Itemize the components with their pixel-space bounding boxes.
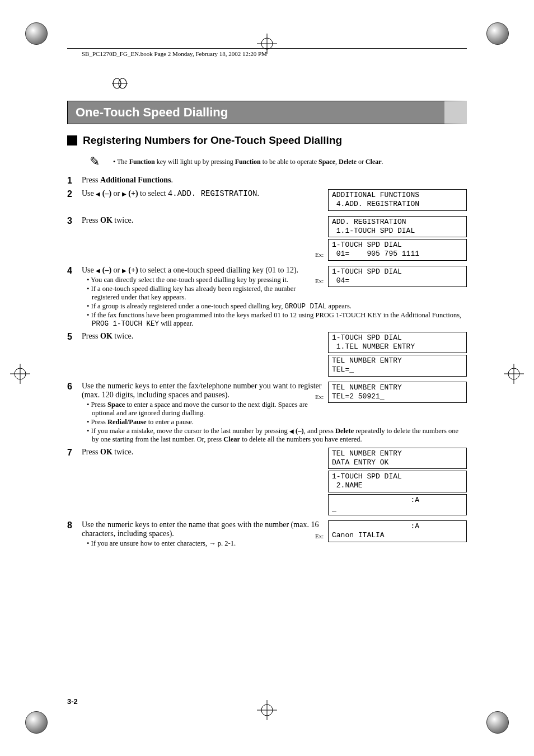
lcd-display: 1-TOUCH SPD DIAL 2.NAME	[328, 471, 467, 492]
step-body: Press OK twice.	[82, 332, 328, 341]
square-bullet-icon	[67, 135, 77, 145]
step-2: 2 Use (–) or (+) to select 4.ADD. REGIST…	[67, 189, 467, 213]
lcd-display: :A _	[328, 494, 467, 516]
step-body: Use the numeric keys to enter the name t…	[82, 520, 328, 548]
example-label: Ex:	[315, 533, 324, 541]
example-label: Ex:	[315, 251, 324, 259]
display-column: ADD. REGISTRATION 1.1-TOUCH SPD DIAL Ex:…	[328, 216, 467, 262]
registration-mark-left	[10, 364, 30, 384]
bullet-item: You can directly select the one-touch sp…	[82, 276, 322, 284]
bullet-item: If a group is already registered under a…	[82, 302, 467, 311]
display-column: Ex: :A Canon ITALIA	[328, 520, 467, 544]
step-number: 8	[67, 520, 82, 530]
registration-mark-bottom	[257, 700, 277, 722]
page-frame: SB_PC1270D_FG_EN.book Page 2 Monday, Feb…	[67, 34, 467, 722]
step-body: Press Additional Functions.	[82, 176, 467, 185]
display-column: TEL NUMBER ENTRY DATA ENTRY OK 1-TOUCH S…	[328, 448, 467, 518]
bullet-item: Press Redial/Pause to enter a pause.	[82, 418, 322, 426]
corner-circle-bl	[25, 711, 48, 734]
step-7: 7 Press OK twice. TEL NUMBER ENTRY DATA …	[67, 448, 467, 518]
step-body: Use (–) or (+) to select a one-touch spe…	[82, 266, 467, 328]
step-8: 8 Use the numeric keys to enter the name…	[67, 520, 467, 548]
bullet-item: If you make a mistake, move the cursor t…	[82, 427, 467, 444]
binder-icon	[112, 77, 128, 93]
bullet-item: If you are unsure how to enter character…	[82, 539, 322, 548]
step-number: 2	[67, 189, 82, 199]
step-4: 4 Use (–) or (+) to select a one-touch s…	[67, 266, 467, 328]
pencil-note-icon: ✎	[90, 154, 100, 169]
registration-mark-top	[257, 34, 277, 56]
display-column: 1-TOUCH SPD DIAL 1.TEL NUMBER ENTRY TEL …	[328, 332, 467, 378]
display-column: Ex:1-TOUCH SPD DIAL 04=	[328, 266, 467, 302]
display-column: ADDITIONAL FUNCTIONS 4.ADD. REGISTRATION	[328, 189, 467, 213]
triangle-right-icon	[122, 266, 127, 274]
lcd-display: Ex:1-TOUCH SPD DIAL 04=	[328, 266, 467, 288]
lcd-display: TEL NUMBER ENTRY DATA ENTRY OK	[328, 448, 467, 469]
step-body: Press OK twice.	[82, 448, 328, 457]
step-body: Use the numeric keys to enter the fax/te…	[82, 382, 467, 444]
note-row: ✎ • The Function key will light up by pr…	[90, 154, 467, 169]
lcd-display: ADD. REGISTRATION 1.1-TOUCH SPD DIAL	[328, 216, 467, 238]
step-number: 4	[67, 266, 82, 276]
section-title: Registering Numbers for One-Touch Speed …	[67, 134, 467, 147]
step-number: 1	[67, 176, 82, 186]
triangle-left-icon	[289, 427, 294, 435]
step-number: 5	[67, 332, 82, 342]
corner-circle-br	[486, 711, 509, 734]
display-column: Ex:TEL NUMBER ENTRY TEL=2 50921_	[328, 382, 467, 427]
lcd-display: Ex:TEL NUMBER ENTRY TEL=2 50921_	[328, 382, 467, 403]
bullet-item: Press Space to enter a space and move th…	[82, 401, 322, 417]
section-title-text: Registering Numbers for One-Touch Speed …	[83, 134, 342, 147]
step-number: 6	[67, 382, 82, 392]
triangle-right-icon	[122, 189, 127, 198]
corner-circle-tr	[486, 22, 509, 45]
corner-circle-tl	[25, 22, 48, 45]
example-label: Ex:	[315, 278, 324, 285]
registration-mark-right	[504, 364, 524, 384]
lcd-display: 1-TOUCH SPD DIAL 1.TEL NUMBER ENTRY	[328, 332, 467, 354]
step-number: 7	[67, 448, 82, 458]
bullet-item: If a one-touch speed dialling key has al…	[82, 285, 322, 302]
example-label: Ex:	[315, 393, 324, 401]
step-1: 1 Press Additional Functions.	[67, 176, 467, 186]
lcd-display: TEL NUMBER ENTRY TEL=_	[328, 355, 467, 377]
step-6: 6 Use the numeric keys to enter the fax/…	[67, 382, 467, 444]
title-bar: One-Touch Speed Dialling	[67, 101, 467, 124]
step-3: 3 Press OK twice. ADD. REGISTRATION 1.1-…	[67, 216, 467, 262]
lcd-display: Ex:1-TOUCH SPD DIAL 01= 905 795 1111	[328, 239, 467, 261]
header-meta-text: SB_PC1270D_FG_EN.book Page 2 Monday, Feb…	[82, 50, 267, 57]
note-text: • The Function key will light up by pres…	[113, 158, 383, 166]
step-body: Use (–) or (+) to select 4.ADD. REGISTRA…	[82, 189, 328, 198]
lcd-display: Ex: :A Canon ITALIA	[328, 520, 467, 542]
page-number: 3-2	[67, 697, 78, 706]
step-body: Press OK twice.	[82, 216, 328, 225]
bullet-item: If the fax functions have been programme…	[82, 311, 467, 328]
step-number: 3	[67, 216, 82, 226]
step-5: 5 Press OK twice. 1-TOUCH SPD DIAL 1.TEL…	[67, 332, 467, 378]
lcd-display: ADDITIONAL FUNCTIONS 4.ADD. REGISTRATION	[328, 189, 467, 211]
